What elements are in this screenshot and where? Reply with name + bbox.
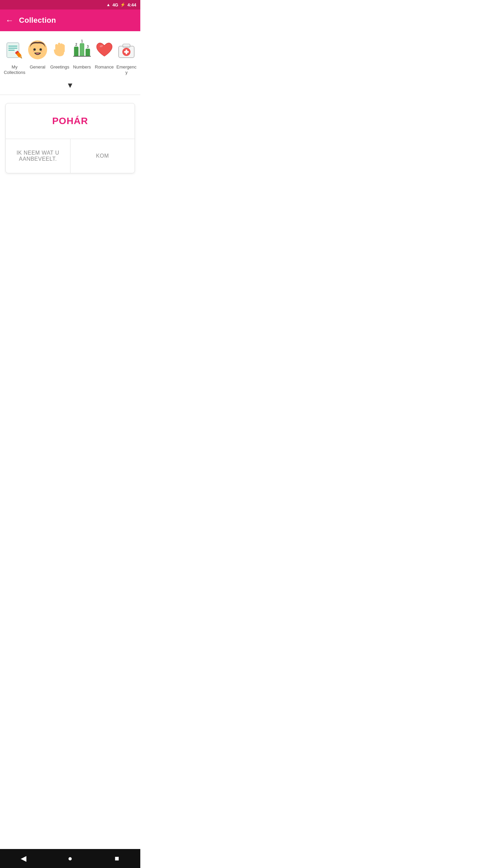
numbers-icon-wrapper: 2 1 3: [70, 38, 94, 62]
flashcard: POHÁR IK NEEM WAT U AANBEVEELT. KOM: [5, 103, 135, 173]
status-bar: ▲ 4G ⚡ 4:44: [0, 0, 140, 9]
svg-text:3: 3: [87, 45, 89, 48]
svg-point-12: [41, 51, 42, 52]
greetings-icon-wrapper: [48, 38, 72, 62]
romance-icon: [93, 38, 116, 61]
emergency-icon-wrapper: [115, 38, 138, 62]
category-item-greetings[interactable]: Greetings: [49, 38, 71, 70]
card-option-right-text: KOM: [96, 153, 109, 159]
back-button[interactable]: ←: [5, 16, 14, 24]
category-item-numbers[interactable]: 2 1 3 Numbers: [71, 38, 93, 70]
card-option-right[interactable]: KOM: [70, 139, 135, 173]
romance-icon-wrapper: [93, 38, 116, 62]
romance-label: Romance: [95, 64, 114, 70]
numbers-label: Numbers: [73, 64, 91, 70]
time-label: 4:44: [127, 2, 136, 7]
svg-rect-22: [86, 49, 90, 56]
category-item-general[interactable]: General: [26, 38, 49, 70]
emergency-icon: [115, 38, 138, 61]
signal-icon: ▲: [106, 2, 110, 7]
my-collections-icon-wrapper: [3, 38, 26, 62]
svg-text:1: 1: [81, 39, 83, 43]
category-item-my-collections[interactable]: My Collections: [3, 38, 26, 75]
app-bar-title: Collection: [19, 16, 56, 25]
svg-rect-20: [80, 43, 84, 56]
svg-text:2: 2: [75, 43, 77, 46]
svg-point-10: [39, 48, 42, 51]
my-collections-icon: [3, 38, 26, 61]
card-options: IK NEEM WAT U AANBEVEELT. KOM: [6, 139, 135, 173]
chevron-container[interactable]: ▼: [0, 78, 140, 95]
numbers-icon: 2 1 3: [70, 38, 94, 61]
category-container: My Collections: [0, 31, 140, 78]
svg-point-11: [33, 51, 34, 52]
svg-rect-30: [124, 51, 129, 53]
signal-label: 4G: [113, 2, 118, 7]
svg-rect-18: [74, 47, 78, 56]
chevron-down-icon[interactable]: ▼: [66, 81, 74, 90]
section-divider: [0, 95, 140, 95]
card-word: POHÁR: [52, 116, 88, 126]
card-word-section: POHÁR: [6, 103, 135, 139]
app-bar: ← Collection: [0, 9, 140, 31]
card-option-left-text: IK NEEM WAT U AANBEVEELT.: [10, 150, 66, 162]
greetings-label: Greetings: [50, 64, 69, 70]
greetings-icon: [48, 38, 71, 61]
general-icon-wrapper: [26, 38, 49, 62]
svg-point-9: [33, 48, 36, 51]
category-item-romance[interactable]: Romance: [93, 38, 116, 70]
emergency-label: Emergency: [115, 64, 138, 75]
category-item-emergency[interactable]: Emergency: [115, 38, 138, 75]
category-row: My Collections: [3, 38, 138, 75]
general-icon: [26, 38, 49, 61]
card-option-left[interactable]: IK NEEM WAT U AANBEVEELT.: [6, 139, 70, 173]
battery-icon: ⚡: [120, 2, 125, 7]
my-collections-label: My Collections: [3, 64, 26, 75]
general-label: General: [30, 64, 45, 70]
